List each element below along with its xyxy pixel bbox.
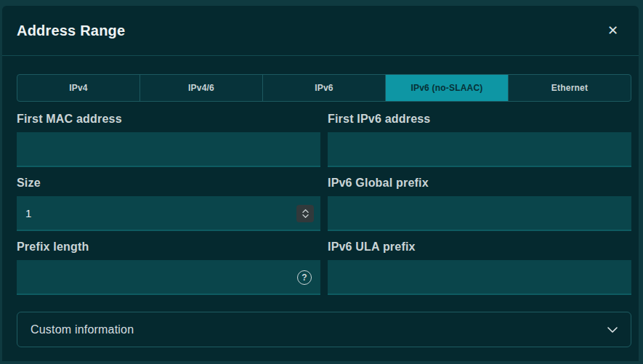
first-mac-address-label: First MAC address xyxy=(17,112,320,126)
address-range-form: First MAC address First IPv6 address Siz… xyxy=(17,112,631,295)
dialog-title: Address Range xyxy=(17,23,125,39)
ipv6-ula-prefix-input[interactable] xyxy=(328,260,631,295)
tab-ethernet[interactable]: Ethernet xyxy=(509,75,631,101)
ipv6-global-prefix-input[interactable] xyxy=(328,196,631,231)
first-mac-address-input[interactable] xyxy=(17,132,320,167)
tab-ipv4[interactable]: IPv4 xyxy=(17,75,140,101)
prefix-length-input[interactable] xyxy=(17,260,320,295)
field-first-mac-address: First MAC address xyxy=(17,112,320,167)
prefix-length-label: Prefix length xyxy=(17,240,320,254)
chevron-down-icon xyxy=(607,327,618,333)
address-range-dialog: Address Range ✕ IPv4 IPv4/6 IPv6 IPv6 (n… xyxy=(2,6,639,361)
ipv6-global-prefix-label: IPv6 Global prefix xyxy=(328,176,631,190)
field-first-ipv6-address: First IPv6 address xyxy=(328,112,631,167)
field-prefix-length: Prefix length ? xyxy=(17,240,320,295)
close-icon: ✕ xyxy=(607,23,618,38)
field-size: Size xyxy=(17,176,320,231)
chevron-up-icon xyxy=(302,209,309,213)
size-stepper[interactable] xyxy=(296,205,314,222)
ipv6-ula-prefix-label: IPv6 ULA prefix xyxy=(328,240,631,254)
field-ipv6-global-prefix: IPv6 Global prefix xyxy=(328,176,631,231)
tab-ipv4-6[interactable]: IPv4/6 xyxy=(140,75,263,101)
custom-information-expander[interactable]: Custom information xyxy=(17,312,631,347)
close-button[interactable]: ✕ xyxy=(603,23,623,39)
size-input[interactable] xyxy=(17,196,320,231)
tab-ipv6-no-slaac[interactable]: IPv6 (no-SLAAC) xyxy=(386,75,509,101)
first-ipv6-address-input[interactable] xyxy=(328,132,631,167)
tab-ipv6[interactable]: IPv6 xyxy=(263,75,386,101)
question-mark-icon[interactable]: ? xyxy=(297,270,312,285)
dialog-header: Address Range ✕ xyxy=(2,6,639,56)
screen: Address Range ✕ IPv4 IPv4/6 IPv6 IPv6 (n… xyxy=(0,0,643,364)
address-type-tabbar: IPv4 IPv4/6 IPv6 IPv6 (no-SLAAC) Etherne… xyxy=(17,74,631,102)
size-label: Size xyxy=(17,176,320,190)
field-ipv6-ula-prefix: IPv6 ULA prefix xyxy=(328,240,631,295)
first-ipv6-address-label: First IPv6 address xyxy=(328,112,631,126)
chevron-down-icon xyxy=(302,214,309,218)
custom-information-label: Custom information xyxy=(31,323,134,336)
